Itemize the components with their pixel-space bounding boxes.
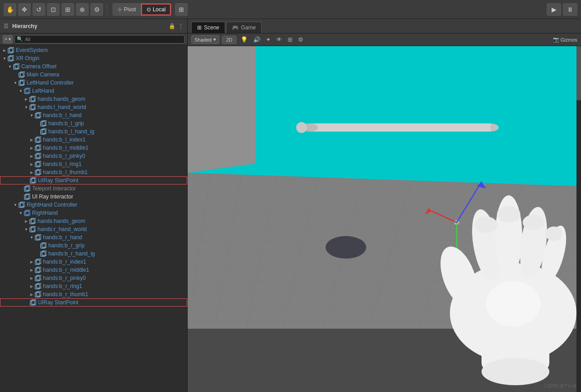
tree-item-hands_b_l_hand[interactable]: ▼hands:b_l_hand — [0, 111, 187, 119]
more-icon[interactable]: ⋮ — [178, 23, 184, 29]
tree-item-hands_b_r_index1[interactable]: ▶hands:b_r_index1 — [0, 258, 187, 266]
tree-item-hands_b_l_pinky0[interactable]: ▶hands:b_l_pinky0 — [0, 152, 187, 160]
tree-item-uiray_startpoint_l[interactable]: ▶UIRay StartPoint — [0, 176, 187, 184]
tree-item-uiray_startpoint_r[interactable]: ▶UIRay StartPoint — [0, 298, 187, 307]
tree-item-righthandcontroller[interactable]: ▼RightHand Controller — [0, 201, 187, 209]
cube-icon — [40, 120, 47, 127]
tree-item-ui_ray_interactor[interactable]: ▶UI Ray Interactor — [0, 193, 187, 201]
grid-icon[interactable]: ⊞ — [286, 36, 294, 43]
tree-label: hands:l_hand_world — [38, 104, 86, 110]
arrow-icon[interactable]: ▶ — [29, 266, 34, 274]
arrow-icon[interactable]: ▶ — [24, 217, 29, 225]
tree-item-lefthand[interactable]: ▼LeftHand — [0, 87, 187, 95]
shading-label: Shaded — [194, 37, 212, 43]
tree-item-hands_b_l_hand_ig[interactable]: ▶hands:b_l_hand_ig — [0, 128, 187, 136]
tree-item-hands_l_hand_world[interactable]: ▼hands:l_hand_world — [0, 103, 187, 111]
tree-item-hands_b_l_grip[interactable]: ▶hands:b_l_grip — [0, 119, 187, 128]
arrow-icon[interactable]: ▼ — [29, 233, 34, 241]
tree-item-eventsystem[interactable]: ▶EventSystem — [0, 46, 187, 54]
add-hierarchy-btn[interactable]: + ▾ — [3, 35, 13, 43]
hidden-icon[interactable]: 👁 — [275, 36, 283, 43]
arrow-icon[interactable]: ▶ — [24, 95, 29, 103]
hierarchy-tree[interactable]: ▶EventSystem▼XR Origin▼Camera Offset▶Mai… — [0, 45, 187, 392]
settings-icon[interactable]: ⚙ — [297, 36, 305, 43]
arrow-icon[interactable]: ▶ — [2, 46, 7, 54]
tree-item-teleport_interactor[interactable]: ▶Teleport Interactor — [0, 184, 187, 193]
cube-icon — [34, 266, 42, 274]
arrow-icon[interactable]: ▼ — [18, 87, 24, 95]
tree-item-cameraoffset[interactable]: ▼Camera Offset — [0, 62, 187, 71]
arrow-icon[interactable]: ▼ — [2, 54, 7, 62]
tree-item-hands_b_r_pinky0[interactable]: ▶hands:b_r_pinky0 — [0, 274, 187, 282]
tree-label: hands:hands_geom — [38, 218, 85, 224]
arrow-icon[interactable]: ▼ — [13, 79, 18, 87]
tree-item-hands_b_r_thumb1[interactable]: ▶hands:b_r_thumb1 — [0, 290, 187, 298]
arrow-icon[interactable]: ▶ — [29, 290, 34, 298]
tree-item-hands_b_l_index1[interactable]: ▶hands:b_l_index1 — [0, 136, 187, 144]
cube-icon — [29, 177, 37, 184]
tree-item-hands_geom_r[interactable]: ▶hands:hands_geom — [0, 217, 187, 225]
tree-item-hands_b_r_middle1[interactable]: ▶hands:b_r_middle1 — [0, 266, 187, 274]
arrow-icon[interactable]: ▼ — [13, 201, 18, 209]
cube-icon — [40, 128, 47, 135]
local-btn[interactable]: ⊙ Local — [141, 4, 171, 15]
pause-btn[interactable]: ⏸ — [563, 3, 577, 16]
tree-item-hands_b_r_ring1[interactable]: ▶hands:b_r_ring1 — [0, 282, 187, 290]
tree-item-xrorigin[interactable]: ▼XR Origin — [0, 54, 187, 62]
tree-item-hands_r_hand_world[interactable]: ▼hands:r_hand_world — [0, 225, 187, 233]
arrow-icon[interactable]: ▼ — [18, 209, 24, 217]
shading-select[interactable]: Shaded ▾ — [191, 35, 219, 44]
effects-icon[interactable]: ✦ — [265, 36, 272, 43]
tree-item-hands_b_l_thumb1[interactable]: ▶hands:b_l_thumb1 — [0, 168, 187, 176]
arrow-icon[interactable]: ▶ — [29, 136, 34, 144]
move-tool-btn[interactable]: ✥ — [18, 3, 31, 16]
tree-item-lefthandcontroller[interactable]: ▼LeftHand Controller — [0, 79, 187, 87]
cube-icon — [34, 283, 42, 290]
arrow-icon[interactable]: ▶ — [29, 144, 34, 152]
tree-item-righthand[interactable]: ▼RightHand — [0, 209, 187, 217]
arrow-icon[interactable]: ▼ — [7, 62, 13, 71]
local-icon: ⊙ — [146, 6, 151, 13]
tree-item-hands_b_l_middle1[interactable]: ▶hands:b_l_middle1 — [0, 144, 187, 152]
svg-point-106 — [482, 358, 549, 385]
arrow-icon[interactable]: ▶ — [29, 274, 34, 282]
rotate-tool-btn[interactable]: ↺ — [33, 3, 45, 16]
lock-icon[interactable]: 🔒 — [169, 23, 175, 29]
arrow-icon[interactable]: ▶ — [29, 160, 34, 168]
scene-scrollbar-track[interactable] — [576, 46, 581, 392]
tree-label: hands:b_l_hand — [43, 112, 81, 118]
rect-tool-btn[interactable]: ⊞ — [61, 3, 74, 16]
scale-tool-btn[interactable]: ⊡ — [47, 3, 60, 16]
tree-item-hands_b_r_hand[interactable]: ▼hands:b_r_hand — [0, 233, 187, 241]
scene-viewport[interactable]: CSDN @YY-nb — [188, 46, 581, 392]
tree-item-hands_geom_l[interactable]: ▶hands:hands_geom — [0, 95, 187, 103]
audio-icon[interactable]: 🔊 — [252, 36, 262, 43]
scene-scrollbar-thumb[interactable] — [576, 46, 581, 100]
tab-game[interactable]: 🎮 Game — [226, 22, 262, 33]
scene-tab-icon: ⊞ — [197, 24, 202, 31]
arrow-icon[interactable]: ▼ — [29, 111, 34, 119]
extra-tool-btn[interactable]: ⊞ — [175, 3, 188, 16]
tab-scene[interactable]: ⊞ Scene — [191, 22, 225, 33]
arrow-icon[interactable]: ▼ — [24, 225, 29, 233]
transform-tool-btn[interactable]: ⊕ — [76, 3, 89, 16]
tree-label: LeftHand — [32, 88, 54, 94]
2d-btn[interactable]: 2D — [222, 36, 236, 44]
tree-item-hands_b_r_hand_ig[interactable]: ▶hands:b_r_hand_ig — [0, 250, 187, 258]
light-icon[interactable]: 💡 — [239, 36, 249, 43]
tree-item-maincamera[interactable]: ▶Main Camera — [0, 71, 187, 79]
arrow-icon[interactable]: ▶ — [29, 168, 34, 176]
arrow-icon[interactable]: ▶ — [29, 282, 34, 290]
play-btn[interactable]: ▶ — [547, 3, 561, 16]
custom-tool-btn[interactable]: ⚙ — [90, 3, 103, 16]
tree-item-hands_b_l_ring1[interactable]: ▶hands:b_l_ring1 — [0, 160, 187, 168]
arrow-icon[interactable]: ▶ — [29, 258, 34, 266]
gizmos-btn[interactable]: 📷 Gizmos — [553, 37, 577, 43]
arrow-icon[interactable]: ▼ — [24, 103, 29, 111]
local-label: Local — [153, 6, 166, 13]
arrow-icon[interactable]: ▶ — [29, 152, 34, 160]
tree-item-hands_b_r_grip[interactable]: ▶hands:b_r_grip — [0, 241, 187, 250]
hand-tool-btn[interactable]: ✋ — [4, 3, 16, 16]
cube-icon — [34, 112, 42, 119]
pivot-btn[interactable]: ⊹ Pivot — [113, 4, 141, 15]
